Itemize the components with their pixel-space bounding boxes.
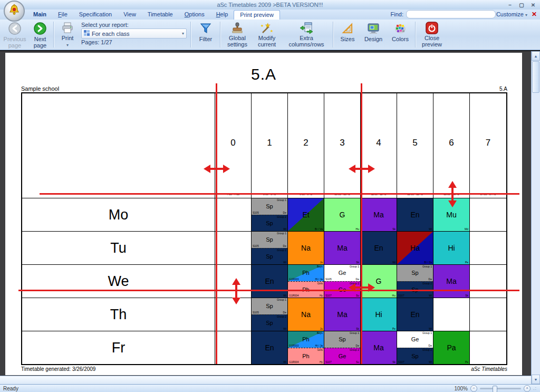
close-button[interactable]: ✕ (529, 1, 537, 10)
tab-timetable[interactable]: Timetable (142, 10, 179, 20)
subject-label: Ma (373, 343, 383, 352)
lesson-cell (215, 232, 252, 264)
period-number: 6 (449, 93, 454, 193)
scroll-up-icon[interactable]: ▲ (532, 51, 540, 61)
print-button[interactable]: Print▾ (56, 21, 79, 49)
magic-wand-icon: ★ ★ ★ (260, 22, 274, 34)
cell-br-label: Pe (465, 261, 468, 264)
tab-view[interactable]: View (118, 10, 142, 20)
lesson-cell: MuMd (433, 198, 470, 231)
lesson-block: EnWi (252, 331, 287, 364)
cell-br-label: Ju (320, 261, 323, 264)
cell-br-label: Wi (429, 328, 432, 330)
subject-label: Sp (266, 303, 273, 309)
next-page-button[interactable]: Next page (28, 21, 52, 49)
app-menu-button[interactable] (4, 1, 25, 22)
cell-tr-label: Group 1 (277, 299, 286, 301)
horizontal-scrollbar[interactable] (0, 376, 531, 384)
modify-current-button[interactable]: ★ ★ ★ Modify current (252, 21, 282, 49)
zoom-slider[interactable] (480, 388, 521, 389)
cell-br-label: Wi (283, 361, 286, 364)
svg-text:★: ★ (270, 29, 273, 33)
lesson-cell: SpGroup 1DeGeGroup 2S107Su (324, 331, 361, 364)
cell-br-label: Wi (283, 228, 286, 231)
lesson-block: MaSk (324, 298, 360, 331)
cell-br-label: Sk (356, 261, 359, 264)
cell-br-label: De (283, 245, 286, 247)
cell-bl-label: S107 (325, 361, 332, 364)
ribbon: Previous page Next page Print▾ Select yo… (0, 20, 540, 50)
lesson-block: EnWi (361, 232, 397, 264)
subject-label: Sp (411, 270, 418, 276)
sizes-icon (341, 22, 354, 35)
cell-br-label: Hy (320, 294, 323, 297)
maximize-button[interactable]: ▢ (517, 1, 526, 10)
lesson-block: MuMd (433, 198, 469, 231)
tab-main[interactable]: Main (27, 10, 52, 20)
lesson-cell: GHu (361, 265, 397, 298)
close-preview-x-button[interactable]: ✕ (532, 11, 537, 18)
resize-grip-icon[interactable]: .: (533, 386, 537, 391)
sizes-button[interactable]: Sizes (335, 21, 360, 49)
cell-br-label: Pe (465, 361, 468, 364)
timetable-grid: 07:10 - 7:5518:00 - 8:4529:00 - 9:45310:… (21, 92, 507, 365)
report-combobox[interactable]: For each class ▾ (81, 28, 187, 39)
tab-print-preview[interactable]: Print preview (234, 10, 280, 20)
tab-help[interactable]: Help (210, 10, 234, 20)
global-settings-button[interactable]: Global settings (223, 21, 252, 49)
day-label: Tu (22, 232, 215, 264)
find-input[interactable] (406, 10, 496, 18)
lesson-cell: SpGroup 1S105DeSpGroup 2Wi (252, 298, 288, 331)
next-page-icon (33, 22, 47, 35)
lesson-block: EnWi (252, 265, 287, 298)
cell-br-label: Su (356, 361, 359, 364)
subject-label: Ma (337, 244, 347, 252)
tab-options[interactable]: Options (179, 10, 210, 20)
tab-file[interactable]: File (52, 10, 73, 20)
lesson-block: SpGroup 1De (324, 331, 360, 348)
zoom-slider-thumb[interactable] (493, 386, 497, 392)
subject-label: Ma (446, 277, 456, 285)
filter-button[interactable]: Filter (193, 21, 218, 49)
cell-tr-label: Girls (317, 349, 323, 351)
lesson-block: SpGroup 2Wi (252, 248, 287, 265)
customize-button[interactable]: Customize ▾ (496, 11, 527, 17)
lesson-cell: GeGroup 1DeSpGroup 2S107Wi (397, 331, 433, 364)
scroll-down-icon[interactable]: ▼ (532, 375, 540, 384)
day-row: WeEnWiPhBoysG1R003Hi / JaPhGirlsG1R004Hy… (22, 265, 506, 298)
preview-page: 5.A Sample school 5.A 07:10 - 7:5518:00 … (5, 53, 522, 375)
cell-tr-label: Group 1 (422, 265, 432, 268)
cell-br-label: Hi / Ja (315, 278, 323, 281)
cell-tr-label: Group 2 (350, 282, 359, 285)
colors-palette-icon (394, 22, 407, 35)
status-bar: Ready 100% − + .: (0, 384, 540, 392)
vertical-scrollbar[interactable]: ▲ ▼ (531, 51, 540, 384)
lesson-cell: GHu (324, 198, 361, 231)
cell-br-label: Wi (429, 228, 432, 231)
period-number: 2 (303, 93, 308, 193)
tab-specification[interactable]: Specification (73, 10, 118, 20)
colors-button[interactable]: Colors (387, 21, 413, 49)
cell-br-label: Wi (283, 294, 286, 297)
subject-label: G (340, 211, 345, 219)
cell-br-label: Su (356, 294, 359, 297)
design-button[interactable]: Design (360, 21, 387, 49)
previous-page-button[interactable]: Previous page (1, 21, 28, 49)
cell-tr-label: Girls (317, 282, 323, 285)
scrollbar-thumb[interactable] (532, 61, 539, 93)
zoom-out-button[interactable]: − (470, 385, 477, 392)
close-preview-button[interactable]: Close preview (418, 21, 446, 49)
zoom-in-button[interactable]: + (524, 385, 531, 392)
extra-columns-button[interactable]: Extra columns/rows (282, 21, 331, 49)
lesson-block: HaBl / Za (397, 232, 433, 264)
subject-label: Hi (448, 244, 455, 252)
cell-tr-label: Group 1 (277, 232, 286, 235)
day-label: Th (22, 298, 215, 331)
subject-label: Ha (410, 244, 420, 252)
find-label: Find: (390, 11, 403, 17)
cell-tr-label: Group 2 (277, 216, 286, 218)
subject-label: Ma (337, 310, 347, 319)
minimize-button[interactable]: – (506, 1, 514, 10)
report-combo-value: For each class (92, 31, 130, 37)
cell-bl-label: S107 (398, 294, 404, 297)
